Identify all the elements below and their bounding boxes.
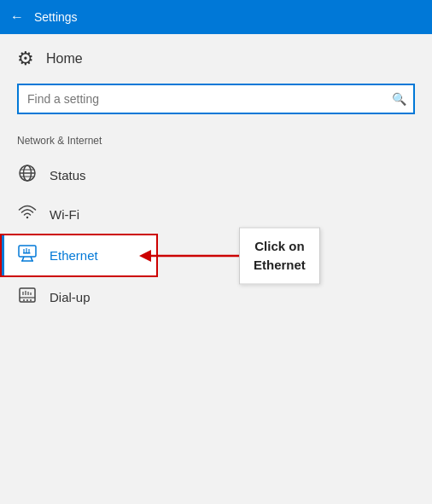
svg-point-19: [30, 299, 32, 301]
back-button[interactable]: ←: [10, 9, 24, 25]
search-container: 🔍: [17, 84, 415, 114]
svg-point-17: [23, 299, 25, 301]
ethernet-label: Ethernet: [50, 248, 98, 263]
nav-item-wifi[interactable]: Wi-Fi: [0, 195, 432, 234]
dialup-label: Dial-up: [50, 290, 90, 304]
svg-rect-12: [23, 252, 31, 254]
search-icon: 🔍: [392, 92, 406, 106]
wifi-label: Wi-Fi: [50, 207, 79, 222]
nav-item-ethernet[interactable]: Ethernet: [0, 234, 158, 277]
status-label: Status: [50, 168, 86, 182]
svg-rect-5: [19, 246, 36, 257]
callout-box: Click on Ethernet: [239, 227, 320, 284]
ethernet-icon: [17, 244, 38, 267]
home-label: Home: [46, 51, 83, 67]
title-bar: ← Settings: [0, 0, 432, 34]
ethernet-row-wrapper: Ethernet Click on Ethernet: [0, 234, 432, 277]
search-input[interactable]: [17, 84, 415, 114]
nav-item-dialup[interactable]: Dial-up: [0, 277, 432, 317]
home-icon: ⚙: [17, 48, 34, 70]
nav-item-status[interactable]: Status: [0, 155, 432, 195]
dialup-icon: [17, 286, 38, 309]
callout-line1: Click on: [254, 238, 304, 252]
home-row[interactable]: ⚙ Home: [0, 34, 432, 80]
settings-content: ⚙ Home 🔍 Network & Internet Status: [0, 34, 432, 504]
back-icon: ←: [10, 9, 24, 25]
window-title: Settings: [34, 10, 78, 24]
svg-point-18: [26, 299, 28, 301]
status-icon: [17, 164, 38, 187]
wifi-icon: [17, 204, 38, 225]
section-heading: Network & Internet: [0, 128, 432, 155]
callout-line2: Ethernet: [254, 258, 306, 272]
